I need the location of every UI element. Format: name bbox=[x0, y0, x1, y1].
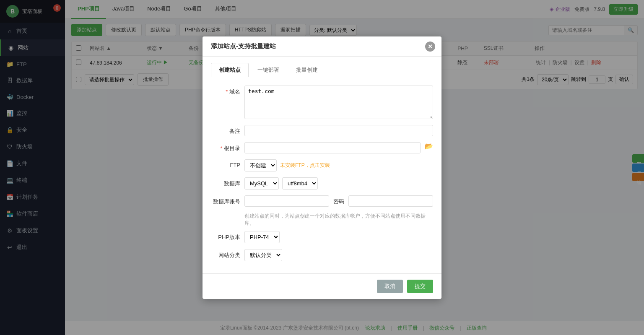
modal-overlay: 添加站点-支持批量建站 ✕ 创建站点 一键部署 批量创建 域名 test.com… bbox=[0, 0, 644, 335]
tab-create-site[interactable]: 创建站点 bbox=[211, 63, 249, 77]
remark-label: 备注 bbox=[211, 125, 240, 135]
folder-browse-icon[interactable]: 📂 bbox=[425, 142, 433, 150]
db-password-label: 密码 bbox=[333, 195, 344, 205]
db-account-label: 数据库账号 bbox=[211, 195, 240, 205]
ftp-controls: 不创建 未安装FTP，点击安装 bbox=[244, 159, 330, 171]
category-label: 网站分类 bbox=[211, 249, 240, 259]
modal-tabs: 创建站点 一键部署 批量创建 bbox=[211, 63, 433, 77]
domain-field-row: 域名 test.com bbox=[211, 86, 433, 119]
ftp-label: FTP bbox=[211, 159, 240, 168]
rootdir-label: 根目录 bbox=[211, 142, 240, 152]
db-note-text: 创建站点的同时，为站点创建一个对应的数据库帐户，方便不同站点使用不同数据库。 bbox=[244, 213, 426, 226]
category-field-row: 网站分类 默认分类 bbox=[211, 249, 433, 261]
tab-batch-create[interactable]: 批量创建 bbox=[288, 63, 326, 77]
php-version-label: PHP版本 bbox=[211, 231, 240, 241]
php-version-field-row: PHP版本 PHP-74 bbox=[211, 231, 433, 243]
category-select[interactable]: 默认分类 bbox=[244, 249, 282, 261]
modal-body: 创建站点 一键部署 批量创建 域名 test.com 备注 test.com 根… bbox=[203, 57, 441, 273]
database-controls: MySQL utf8mb4 bbox=[244, 177, 318, 190]
domain-label: 域名 bbox=[211, 86, 240, 96]
db-password-input[interactable]: X6BXhpDK2HKra4b3 bbox=[348, 195, 433, 207]
database-type-select[interactable]: MySQL bbox=[244, 177, 279, 190]
database-charset-select[interactable]: utf8mb4 bbox=[282, 177, 318, 190]
php-version-select[interactable]: PHP-74 bbox=[244, 231, 280, 243]
rootdir-field-row: 根目录 /www/wwwroot/test.com 📂 bbox=[211, 142, 433, 153]
add-site-modal: 添加站点-支持批量建站 ✕ 创建站点 一键部署 批量创建 域名 test.com… bbox=[203, 36, 441, 299]
ftp-select[interactable]: 不创建 bbox=[244, 159, 277, 171]
rootdir-input[interactable]: /www/wwwroot/test.com bbox=[244, 142, 421, 153]
modal-footer: 取消 提交 bbox=[203, 273, 441, 299]
remark-field-row: 备注 test.com bbox=[211, 125, 433, 136]
ftp-install-hint[interactable]: 未安装FTP，点击安装 bbox=[280, 162, 330, 169]
remark-input[interactable]: test.com bbox=[244, 125, 433, 136]
db-account-input[interactable]: test_com bbox=[244, 195, 329, 207]
db-note-row: 创建站点的同时，为站点创建一个对应的数据库帐户，方便不同站点使用不同数据库。 bbox=[211, 213, 433, 231]
modal-title: 添加站点-支持批量建站 bbox=[211, 42, 276, 50]
domain-input[interactable]: test.com bbox=[244, 86, 433, 119]
cancel-button[interactable]: 取消 bbox=[377, 280, 403, 293]
database-field-row: 数据库 MySQL utf8mb4 bbox=[211, 177, 433, 190]
modal-header: 添加站点-支持批量建站 ✕ bbox=[203, 36, 441, 57]
database-label: 数据库 bbox=[211, 177, 240, 187]
modal-close-button[interactable]: ✕ bbox=[425, 42, 435, 52]
tab-one-click[interactable]: 一键部署 bbox=[249, 63, 287, 77]
ftp-field-row: FTP 不创建 未安装FTP，点击安装 bbox=[211, 159, 433, 171]
submit-button[interactable]: 提交 bbox=[407, 280, 433, 293]
db-account-field-row: 数据库账号 test_com 密码 X6BXhpDK2HKra4b3 bbox=[211, 195, 433, 207]
